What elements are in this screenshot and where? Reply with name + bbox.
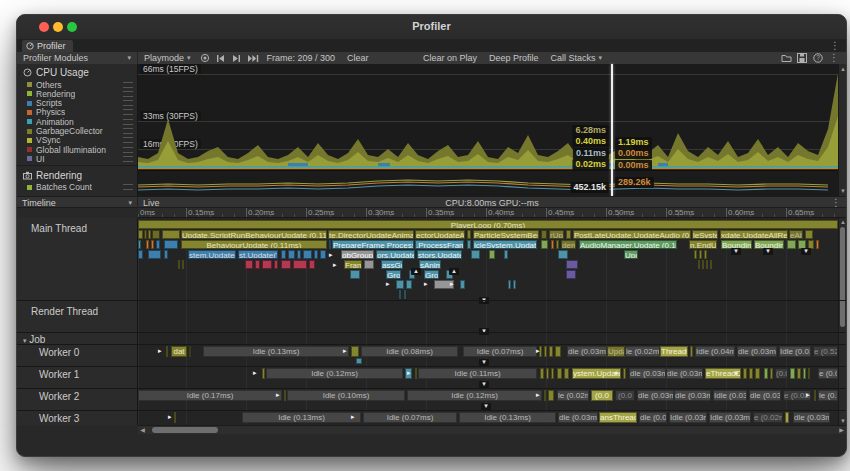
timeline-view-dropdown[interactable]: Timeline ▾ [17, 197, 138, 209]
timeline-span[interactable] [702, 260, 704, 269]
next-frame-button[interactable] [229, 52, 245, 64]
timeline-span[interactable] [699, 250, 702, 259]
timeline-span[interactable] [566, 230, 571, 239]
legend-item[interactable]: Animation [27, 117, 133, 126]
timeline-span[interactable] [770, 368, 773, 379]
timeline-span[interactable]: assGrap [381, 260, 403, 269]
expand-down-icon[interactable]: ▾ [801, 248, 811, 255]
timeline-span[interactable]: Idle (0.12ms) [407, 390, 542, 401]
deep-profile-toggle[interactable]: Deep Profile [483, 52, 545, 64]
timeline-span[interactable]: le (0.02m [818, 390, 838, 401]
clear-on-play-toggle[interactable]: Clear on Play [417, 52, 483, 64]
record-button[interactable] [197, 52, 213, 64]
timeline-span[interactable] [245, 260, 253, 269]
timeline-span[interactable]: dat [171, 346, 187, 357]
timeline-span[interactable] [309, 260, 315, 269]
timeline-span[interactable]: AudioManager.Update (0.10ms) [579, 240, 677, 249]
expand-right-icon[interactable]: ▸ [615, 369, 619, 376]
timeline-span[interactable] [262, 368, 265, 379]
help-icon[interactable]: ? [810, 52, 826, 64]
timeline-span[interactable] [189, 346, 191, 357]
timeline-span[interactable]: xdate.UpdateAllRenderer [720, 230, 788, 239]
timeline-span[interactable]: dle (0.03ms [558, 412, 598, 423]
timeline-span[interactable] [803, 368, 806, 379]
timeline-span[interactable]: Update.ScriptRunBehaviourUpdate (0.11ms) [181, 230, 327, 239]
legend-item[interactable]: VSync [27, 136, 133, 145]
timeline-span[interactable] [623, 368, 626, 379]
scrollbar-thumb[interactable] [152, 427, 218, 433]
timeline-span[interactable] [549, 346, 553, 357]
scroll-left-icon[interactable]: ◀ [138, 426, 147, 434]
timeline-span[interactable] [460, 280, 465, 289]
expand-right-icon[interactable]: ▸ [351, 413, 355, 420]
timeline-span[interactable]: dle (0.03ms [567, 346, 607, 357]
timeline-span[interactable]: PlayerLoop (0.70ms) [138, 220, 838, 229]
legend-item[interactable]: Physics [27, 108, 133, 117]
prev-frame-button[interactable] [213, 52, 229, 64]
timeline-span[interactable]: Idle (0.08ms) [361, 346, 458, 357]
timeline-span[interactable] [166, 346, 168, 357]
timeline-span[interactable]: derC [561, 240, 576, 249]
cpu-usage-chart[interactable]: 66ms (15FPS)33ms (30FPS)16ms (60FPS)6.28… [138, 64, 838, 170]
timeline-span[interactable] [690, 346, 693, 357]
timeline-span[interactable]: dle (0.03ms) [674, 390, 711, 401]
expand-right-icon[interactable]: ▸ [168, 413, 172, 420]
timeline-span[interactable]: ThreadC [660, 346, 688, 357]
timeline-span[interactable] [144, 230, 147, 239]
timeline-span[interactable]: Idle (0.04ms) [695, 346, 735, 357]
timeline-span[interactable] [544, 346, 547, 357]
timeline-span[interactable] [566, 270, 576, 279]
timeline-span[interactable] [281, 260, 291, 269]
timeline-span[interactable] [156, 240, 160, 249]
timeline-span[interactable] [329, 240, 331, 249]
timeline-span[interactable] [749, 368, 753, 379]
legend-item[interactable]: Others [27, 80, 133, 89]
timeline-span[interactable]: sAnimat [419, 260, 441, 269]
timeline-span[interactable] [508, 280, 511, 289]
drag-handle-icon[interactable] [123, 128, 133, 134]
timeline-span[interactable] [471, 250, 480, 259]
timeline-span[interactable] [698, 260, 700, 269]
timeline-span[interactable] [467, 240, 471, 249]
timeline-span[interactable] [805, 230, 813, 239]
timeline-span[interactable] [148, 250, 161, 259]
timeline-span[interactable]: Group [386, 270, 401, 279]
timeline-span[interactable] [303, 250, 312, 259]
save-profile-icon[interactable] [794, 52, 810, 64]
playmode-dropdown[interactable]: Playmode ▾ [138, 52, 197, 64]
timeline-span[interactable] [138, 230, 143, 239]
timeline-span[interactable]: Idle (0.13ms) [242, 412, 361, 423]
legend-item[interactable]: UI [27, 154, 133, 163]
expand-right-icon[interactable]: ▸ [735, 369, 739, 376]
scroll-right-icon[interactable]: ▶ [837, 426, 846, 434]
timeline-span[interactable] [710, 260, 712, 269]
timeline-span[interactable]: Idle (0.03ms) [709, 412, 751, 423]
timeline-menu-kebab-icon[interactable]: ⋮ [831, 198, 841, 208]
timeline-span[interactable]: PostLateUpdate.UpdateAudio (0.10ms) [573, 230, 691, 239]
timeline-span[interactable] [504, 250, 508, 259]
rendering-chart[interactable]: 452.15k289.26k [138, 170, 838, 197]
timeline-span[interactable]: (0.0 [615, 390, 635, 401]
timeline-span[interactable] [284, 390, 286, 401]
timeline-span[interactable] [541, 230, 547, 239]
timeline-span[interactable] [262, 260, 272, 269]
collapse-triangle-icon[interactable]: ▾ [23, 337, 27, 344]
timeline-span[interactable]: dle (0.03ms) [629, 368, 666, 379]
profiler-modules-dropdown[interactable]: Profiler Modules ▾ [17, 52, 138, 64]
timeline-span[interactable]: dle (0.03ms) [737, 346, 777, 357]
drag-handle-icon[interactable] [123, 91, 133, 97]
expand-right-icon[interactable]: ▸ [329, 251, 333, 258]
timeline-span[interactable] [255, 260, 260, 269]
scrollbar-thumb[interactable] [840, 227, 845, 327]
timeline-span[interactable] [564, 368, 569, 379]
timeline-vertical-scrollbar[interactable]: ▲ ▼ [838, 218, 846, 425]
timeline-span[interactable]: le (0.02m [625, 346, 660, 357]
timeline-span[interactable] [274, 260, 278, 269]
timeline-span[interactable] [146, 240, 149, 249]
timeline-span[interactable]: Fram [344, 260, 362, 269]
timeline-span[interactable] [755, 368, 760, 379]
timeline-span[interactable]: dle (0.03ms [749, 390, 781, 401]
timeline-span[interactable] [406, 280, 412, 289]
timeline-span[interactable] [566, 260, 578, 269]
charts-scrollbar[interactable]: ▲ ▼ [838, 64, 846, 196]
